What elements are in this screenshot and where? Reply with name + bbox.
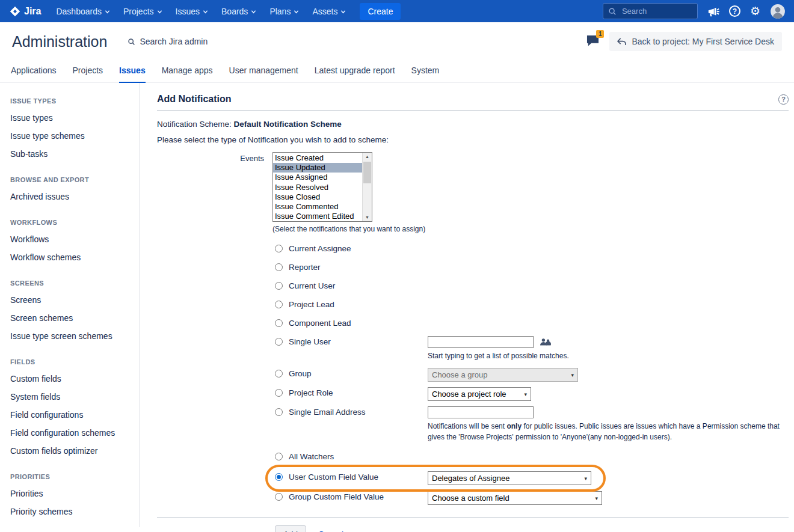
radio-row-current-user: Current User [275, 280, 789, 293]
group-select[interactable]: Choose a group ▾ [428, 368, 578, 382]
single-user-input[interactable] [428, 336, 534, 348]
listbox-scrollbar[interactable]: ▲ ▼ [362, 153, 372, 221]
single-user-hint: Start typing to get a list of possible m… [428, 352, 569, 360]
scheme-label: Notification Scheme: [157, 120, 232, 129]
radio-single-user[interactable]: Single User [275, 336, 428, 346]
listbox-option-selected[interactable]: Issue Updated [273, 163, 362, 173]
radio-button[interactable] [275, 282, 283, 290]
sidebar-item-priority-schemes[interactable]: Priority schemes [10, 503, 135, 521]
radio-button[interactable] [275, 338, 283, 346]
project-role-select[interactable]: Choose a project role ▾ [428, 387, 531, 401]
tab-user-management[interactable]: User management [229, 61, 298, 82]
user-custom-field-select[interactable]: Delegates of Assignee ▾ [428, 471, 591, 485]
radio-all-watchers[interactable]: All Watchers [275, 451, 428, 461]
sidebar-item-workflows[interactable]: Workflows [10, 230, 135, 248]
radio-reporter[interactable]: Reporter [275, 261, 428, 272]
feedback-icon[interactable]: 1 [586, 34, 600, 49]
announcement-icon[interactable] [707, 6, 719, 17]
admin-header: Administration Search Jira admin 1 Back … [0, 22, 794, 56]
tab-applications[interactable]: Applications [11, 61, 57, 82]
radio-single-email-address[interactable]: Single Email Address [275, 406, 428, 417]
nav-item-projects[interactable]: Projects [117, 0, 169, 22]
listbox-option[interactable]: Issue Commented [273, 202, 362, 212]
tab-projects[interactable]: Projects [73, 61, 103, 82]
radio-project-lead[interactable]: Project Lead [275, 299, 428, 309]
admin-search[interactable]: Search Jira admin [128, 37, 208, 46]
radio-row-project-lead: Project Lead [275, 299, 789, 312]
help-icon[interactable]: ? [778, 94, 789, 105]
nav-item-boards[interactable]: Boards [215, 0, 263, 22]
radio-current-assignee[interactable]: Current Assignee [275, 243, 428, 253]
sidebar-item-custom-fields[interactable]: Custom fields [10, 370, 135, 388]
radio-button[interactable] [275, 370, 283, 378]
create-button[interactable]: Create [360, 3, 401, 20]
nav-item-dashboards[interactable]: Dashboards [49, 0, 117, 22]
radio-button[interactable] [275, 408, 283, 416]
radio-row-current-assignee: Current Assignee [275, 243, 789, 256]
sidebar-item-issue-type-schemes[interactable]: Issue type schemes [10, 127, 135, 145]
search-input[interactable] [621, 6, 692, 16]
sidebar-item-sub-tasks[interactable]: Sub-tasks [10, 145, 135, 163]
sidebar-item-custom-fields-optimizer[interactable]: Custom fields optimizer [10, 442, 135, 460]
tab-system[interactable]: System [411, 61, 440, 82]
radio-button-checked[interactable] [275, 473, 283, 481]
add-button[interactable]: Add [275, 525, 306, 532]
radio-project-role[interactable]: Project Role [275, 387, 428, 397]
radio-user-custom-field-value[interactable]: User Custom Field Value [275, 471, 428, 482]
radio-component-lead[interactable]: Component Lead [275, 317, 428, 328]
radio-group[interactable]: Group [275, 368, 428, 378]
events-label: Events [157, 152, 264, 233]
sidebar-item-workflow-schemes[interactable]: Workflow schemes [10, 248, 135, 266]
avatar[interactable] [770, 4, 786, 19]
nav-item-assets[interactable]: Assets [306, 0, 352, 22]
select-value: Choose a custom field [432, 494, 509, 503]
tab-issues[interactable]: Issues [119, 61, 146, 83]
back-to-project-button[interactable]: Back to project: My First Service Desk [609, 32, 782, 51]
group-custom-field-select[interactable]: Choose a custom field ▾ [428, 491, 602, 505]
jira-logo[interactable]: Jira [8, 6, 49, 17]
scroll-down-icon[interactable]: ▼ [363, 215, 372, 219]
sidebar-item-issue-types[interactable]: Issue types [10, 109, 135, 127]
help-icon[interactable]: ? [729, 5, 740, 17]
radio-current-user[interactable]: Current User [275, 280, 428, 290]
listbox-option[interactable]: Issue Closed [273, 192, 362, 202]
listbox-option[interactable]: Issue Comment Edited [273, 212, 362, 221]
sidebar-item-screens[interactable]: Screens [10, 291, 135, 309]
tab-manage-apps[interactable]: Manage apps [162, 61, 213, 82]
nav-item-issues[interactable]: Issues [169, 0, 215, 22]
events-listbox[interactable]: Issue Created Issue Updated Issue Assign… [272, 152, 372, 222]
radio-row-project-role: Project Role Choose a project role ▾ [275, 387, 789, 401]
scheme-line: Notification Scheme: Default Notificatio… [157, 120, 789, 129]
radio-button[interactable] [275, 453, 283, 460]
radio-button[interactable] [275, 493, 283, 501]
gear-icon[interactable]: ⚙ [750, 5, 760, 17]
sidebar-item-field-configurations[interactable]: Field configurations [10, 406, 135, 424]
radio-group-custom-field-value[interactable]: Group Custom Field Value [275, 491, 428, 501]
radio-row-single-email: Single Email Address Notifications will … [275, 406, 789, 451]
listbox-option[interactable]: Issue Resolved [273, 183, 362, 192]
cancel-link[interactable]: Cancel [318, 530, 343, 532]
sidebar-item-issue-type-screen-schemes[interactable]: Issue type screen schemes [10, 327, 135, 345]
sidebar-item-field-configuration-schemes[interactable]: Field configuration schemes [10, 424, 135, 442]
sidebar-item-screen-schemes[interactable]: Screen schemes [10, 309, 135, 327]
navbar-search[interactable] [603, 3, 698, 19]
nav-item-plans[interactable]: Plans [263, 0, 306, 22]
radio-button[interactable] [275, 301, 283, 308]
radio-button[interactable] [275, 389, 283, 397]
scroll-up-icon[interactable]: ▲ [363, 154, 372, 159]
radio-button[interactable] [275, 245, 283, 252]
sidebar-item-archived-issues[interactable]: Archived issues [10, 188, 135, 206]
radio-button[interactable] [275, 263, 283, 271]
sidebar-heading-workflows: WORKFLOWS [10, 219, 135, 226]
radio-button[interactable] [275, 319, 283, 327]
sidebar-item-priorities[interactable]: Priorities [10, 485, 135, 503]
scrollbar-thumb[interactable] [363, 162, 371, 183]
user-picker-icon[interactable] [540, 339, 551, 348]
radio-label: Group [289, 369, 312, 378]
sidebar-item-system-fields[interactable]: System fields [10, 388, 135, 406]
listbox-option[interactable]: Issue Created [273, 153, 362, 163]
single-email-input[interactable] [428, 406, 534, 418]
tab-latest-upgrade-report[interactable]: Latest upgrade report [315, 61, 395, 82]
listbox-option[interactable]: Issue Assigned [273, 173, 362, 182]
radio-row-group: Group Choose a group ▾ [275, 368, 789, 382]
